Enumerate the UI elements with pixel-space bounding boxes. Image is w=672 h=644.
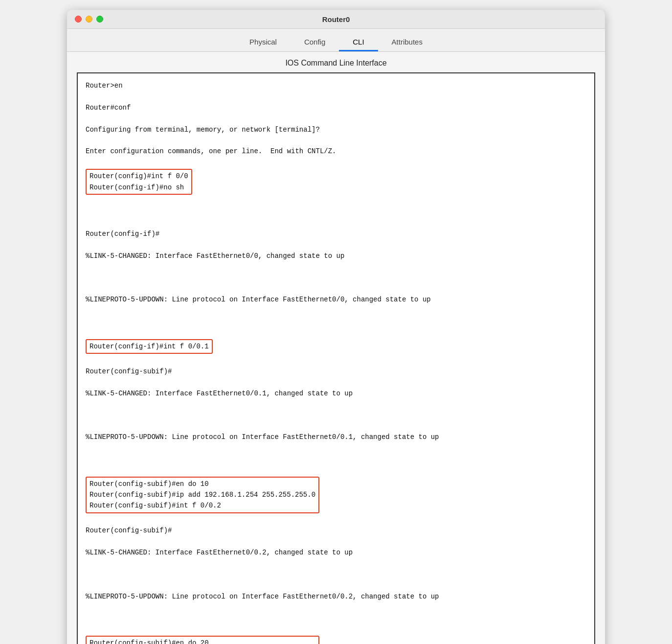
title-bar: Router0 xyxy=(67,10,605,29)
cli-line-22: %LINEPROTO-5-UPDOWN: Line protocol on In… xyxy=(86,591,586,602)
cli-boxed-2: Router(config-if)#int f 0/0.1 xyxy=(86,339,213,354)
cli-line-10: %LINEPROTO-5-UPDOWN: Line protocol on In… xyxy=(86,294,586,305)
tab-physical[interactable]: Physical xyxy=(236,34,291,51)
cli-boxed-4: Router(config-subif)#en do 20 Router(con… xyxy=(86,636,319,644)
cli-line-2: Router#conf xyxy=(86,102,586,113)
close-button[interactable] xyxy=(75,16,82,23)
cli-line-21 xyxy=(86,569,586,580)
cli-line-13: Router(config-subif)# xyxy=(86,366,586,377)
cli-line-15 xyxy=(86,410,586,420)
cli-line-20: %LINK-5-CHANGED: Interface FastEthernet0… xyxy=(86,547,586,558)
cli-boxed-1: Router(config)#int f 0/0 Router(config-i… xyxy=(86,169,192,195)
cli-line-17 xyxy=(86,454,586,464)
minimize-button[interactable] xyxy=(86,16,92,23)
cli-line-18: Router(config-subif)#en do 10 Router(con… xyxy=(86,476,586,514)
cli-line-12: Router(config-if)#int f 0/0.1 xyxy=(86,338,586,355)
cli-line-8: %LINK-5-CHANGED: Interface FastEthernet0… xyxy=(86,251,586,261)
section-title: IOS Command Line Interface xyxy=(67,52,605,72)
cli-line-23 xyxy=(86,613,586,623)
tab-bar: Physical Config CLI Attributes xyxy=(67,29,605,52)
cli-line-6 xyxy=(86,207,586,217)
cli-line-3: Configuring from terminal, memory, or ne… xyxy=(86,124,586,135)
maximize-button[interactable] xyxy=(96,16,103,23)
cli-line-14: %LINK-5-CHANGED: Interface FastEthernet0… xyxy=(86,388,586,399)
cli-line-9 xyxy=(86,273,586,283)
tab-attributes[interactable]: Attributes xyxy=(378,34,436,51)
cli-line-24: Router(config-subif)#en do 20 Router(con… xyxy=(86,635,586,644)
cli-line-5: Router(config)#int f 0/0 Router(config-i… xyxy=(86,168,586,196)
cli-line-1: Router>en xyxy=(86,80,586,91)
traffic-lights xyxy=(75,16,103,23)
window-title: Router0 xyxy=(322,15,350,23)
cli-line-4: Enter configuration commands, one per li… xyxy=(86,146,586,157)
tab-config[interactable]: Config xyxy=(291,34,339,51)
tab-cli[interactable]: CLI xyxy=(339,34,378,51)
cli-line-19: Router(config-subif)# xyxy=(86,525,586,536)
cli-line-11 xyxy=(86,316,586,327)
router-window: Router0 Physical Config CLI Attributes I… xyxy=(67,10,605,644)
cli-line-7: Router(config-if)# xyxy=(86,229,586,239)
cli-line-16: %LINEPROTO-5-UPDOWN: Line protocol on In… xyxy=(86,432,586,442)
cli-terminal[interactable]: Router>en Router#conf Configuring from t… xyxy=(77,72,595,644)
cli-boxed-3: Router(config-subif)#en do 10 Router(con… xyxy=(86,477,319,513)
